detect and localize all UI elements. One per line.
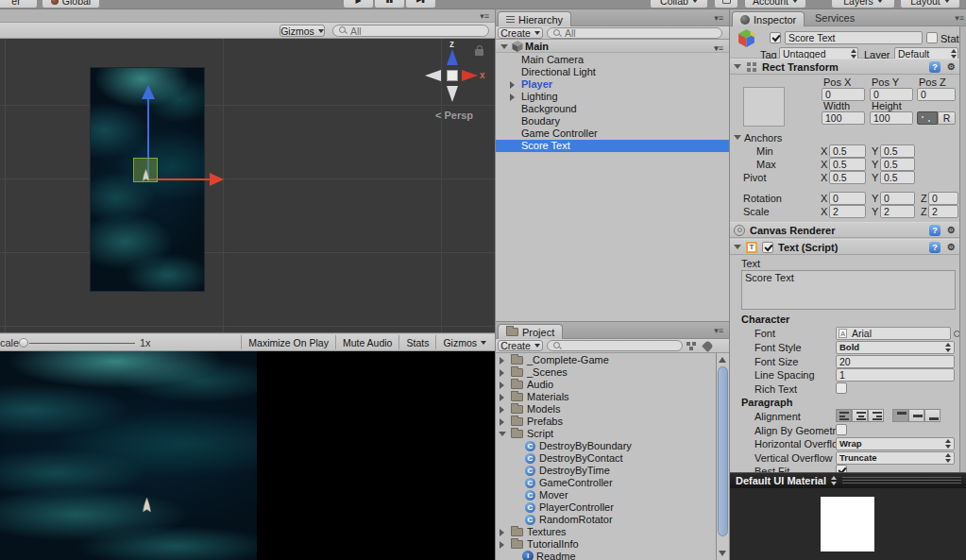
foldout-closed-icon[interactable]: [500, 418, 504, 426]
panel-menu-icon[interactable]: ▾≡: [714, 326, 723, 335]
font-size-field[interactable]: 20: [836, 355, 955, 368]
project-item-gamecontroller[interactable]: CGameController: [496, 477, 729, 489]
foldout-open-icon[interactable]: [734, 64, 741, 69]
hierarchy-create-button[interactable]: Create: [498, 27, 543, 39]
height-field[interactable]: 100: [870, 111, 913, 125]
blueprint-mode-button[interactable]: [917, 111, 938, 125]
project-item-prefabs[interactable]: Prefabs: [496, 416, 729, 428]
vertical-overflow-dropdown[interactable]: Truncate: [836, 451, 955, 465]
foldout-open-icon[interactable]: [734, 245, 741, 249]
anchor-max-y-field[interactable]: 0.5: [880, 158, 915, 171]
mute-audio-button[interactable]: Mute Audio: [335, 335, 399, 349]
step-button[interactable]: ▶▮: [405, 0, 436, 8]
tab-project[interactable]: Project: [498, 324, 563, 339]
pivot-y-field[interactable]: 0.5: [880, 171, 915, 184]
hierarchy-item-background[interactable]: Background: [496, 103, 729, 115]
panel-menu-icon[interactable]: ▾≡: [480, 11, 489, 21]
rect-transform-header[interactable]: Rect Transform ? ⚙: [730, 59, 959, 75]
help-icon[interactable]: ?: [929, 61, 941, 73]
project-search-input[interactable]: [547, 340, 683, 351]
rotation-y-field[interactable]: 0: [880, 192, 915, 205]
align-top-button[interactable]: [892, 409, 908, 422]
project-create-button[interactable]: Create: [498, 340, 543, 351]
foldout-closed-icon[interactable]: [500, 541, 504, 549]
pivot-x-field[interactable]: 0.5: [829, 171, 866, 184]
help-icon[interactable]: ?: [929, 225, 941, 236]
material-preview-header[interactable]: Default UI Material: [730, 472, 966, 488]
global-toggle-button[interactable]: Global: [42, 0, 100, 8]
project-item-audio[interactable]: Audio: [496, 379, 729, 391]
foldout-closed-icon[interactable]: [500, 529, 504, 536]
scale-y-field[interactable]: 2: [880, 205, 915, 218]
project-item-tutorialinfo[interactable]: TutorialInfo: [496, 538, 729, 551]
line-spacing-field[interactable]: 1: [836, 368, 955, 382]
axis-center-cube[interactable]: [447, 70, 458, 81]
pause-button[interactable]: ▮▮: [374, 0, 405, 8]
font-field[interactable]: Arial: [836, 327, 951, 340]
project-item-complete-game[interactable]: _Complete-Game: [496, 354, 729, 366]
scroll-up-icon[interactable]: [719, 357, 726, 363]
foldout-closed-icon[interactable]: [500, 382, 504, 389]
handle-tool-button[interactable]: er: [0, 0, 38, 8]
foldout-open-icon[interactable]: [500, 44, 508, 49]
scrollbar-thumb[interactable]: [718, 366, 728, 536]
rich-text-checkbox[interactable]: [836, 382, 847, 394]
align-bottom-button[interactable]: [924, 409, 941, 422]
font-style-dropdown[interactable]: Bold: [836, 341, 955, 354]
foldout-closed-icon[interactable]: [500, 357, 504, 365]
text-script-header[interactable]: T Text (Script) ? ⚙: [730, 239, 959, 255]
hierarchy-item-boudary[interactable]: Boudary: [496, 115, 729, 127]
player-ship-scene[interactable]: [141, 169, 151, 185]
gameobject-name-field[interactable]: Score Text: [785, 31, 923, 44]
hierarchy-item-player[interactable]: Player: [496, 78, 729, 91]
hierarchy-item-lighting[interactable]: Lighting: [496, 91, 729, 103]
align-left-button[interactable]: [836, 409, 852, 422]
foldout-closed-icon[interactable]: [510, 93, 515, 101]
project-item-materials[interactable]: Materials: [496, 391, 729, 403]
active-checkbox[interactable]: [770, 32, 781, 43]
gear-icon[interactable]: ⚙: [947, 225, 956, 235]
project-item-scenes[interactable]: _Scenes: [496, 366, 729, 379]
panel-menu-icon[interactable]: ▾≡: [714, 13, 723, 23]
align-by-geometry-checkbox[interactable]: [836, 424, 847, 435]
game-gizmos-dropdown[interactable]: Gizmos: [435, 335, 493, 349]
foldout-closed-icon[interactable]: [500, 406, 504, 414]
pos-x-field[interactable]: 0: [822, 88, 865, 101]
scene-search-input[interactable]: All: [332, 25, 489, 37]
gear-icon[interactable]: ⚙: [947, 61, 956, 72]
scale-slider-track[interactable]: [29, 343, 135, 344]
pos-z-field[interactable]: 0: [917, 88, 956, 101]
foldout-closed-icon[interactable]: [500, 394, 504, 401]
canvas-renderer-header[interactable]: Canvas Renderer ? ⚙: [730, 222, 959, 238]
static-checkbox[interactable]: [926, 32, 938, 43]
project-scrollbar[interactable]: [716, 353, 729, 560]
foldout-open-icon[interactable]: [734, 135, 741, 140]
project-item-destroybycontact[interactable]: CDestroyByContact: [496, 452, 729, 465]
inspector-scrollbar[interactable]: [959, 26, 966, 472]
project-item-textures[interactable]: Textures: [496, 526, 729, 538]
anchor-max-x-field[interactable]: 0.5: [829, 158, 866, 171]
project-item-randomrotator[interactable]: CRandomRotator: [496, 514, 729, 526]
project-item-destroybyboundary[interactable]: CDestroyByBoundary: [496, 440, 729, 452]
scene-canvas[interactable]: z x < Persp: [0, 39, 495, 332]
axis-z-cone-icon[interactable]: [447, 49, 458, 65]
width-field[interactable]: 100: [822, 111, 865, 125]
hierarchy-search-input[interactable]: All: [547, 27, 722, 39]
project-item-script[interactable]: Script: [496, 428, 729, 440]
text-value-area[interactable]: Score Text: [741, 270, 956, 310]
gizmos-dropdown[interactable]: Gizmos: [280, 25, 325, 37]
tab-inspector[interactable]: Inspector: [732, 11, 805, 26]
foldout-closed-icon[interactable]: [500, 369, 504, 377]
layout-button[interactable]: Layout: [900, 0, 960, 8]
axis-down-cone-icon[interactable]: [447, 86, 458, 102]
rotation-x-field[interactable]: 0: [829, 192, 866, 205]
search-by-label-icon[interactable]: [702, 340, 714, 352]
align-right-button[interactable]: [868, 409, 884, 422]
tab-services[interactable]: Services: [815, 12, 855, 24]
game-canvas[interactable]: [0, 351, 495, 560]
project-item-destroybytime[interactable]: CDestroyByTime: [496, 465, 729, 477]
maximize-on-play-button[interactable]: Maximize On Play: [241, 335, 335, 349]
help-icon[interactable]: ?: [929, 242, 941, 253]
anchor-preview-box[interactable]: [743, 87, 785, 127]
search-by-type-icon[interactable]: [686, 342, 696, 350]
